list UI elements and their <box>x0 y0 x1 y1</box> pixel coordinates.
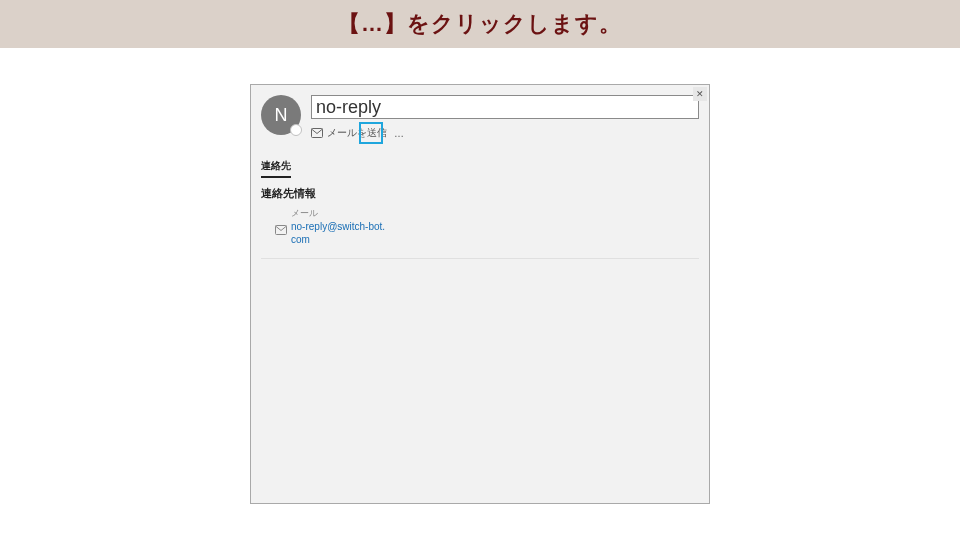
tab-contact[interactable]: 連絡先 <box>261 155 291 178</box>
mail-icon <box>311 128 323 138</box>
mail-field-label: メール <box>275 207 685 220</box>
instruction-banner: 【…】をクリックします。 <box>0 0 960 48</box>
close-button[interactable]: ✕ <box>693 87 707 101</box>
more-button[interactable]: … <box>391 125 407 141</box>
contact-name-input[interactable]: no-reply <box>311 95 699 119</box>
avatar-initial: N <box>275 105 288 126</box>
contact-info-block: メール no-reply@switch-bot.com <box>261 203 699 259</box>
stage-area: ✕ N no-reply メールを送信 … <box>0 48 960 540</box>
mail-field-row: no-reply@switch-bot.com <box>275 220 685 246</box>
instruction-text: 【…】をクリックします。 <box>338 9 622 39</box>
contact-main: no-reply メールを送信 … <box>311 95 699 141</box>
send-mail-button[interactable]: メールを送信 <box>327 126 387 140</box>
action-row: メールを送信 … <box>311 125 699 141</box>
presence-indicator <box>290 124 302 136</box>
mail-field-value[interactable]: no-reply@switch-bot.com <box>291 220 386 246</box>
section-title: 連絡先情報 <box>251 178 709 203</box>
contact-window: ✕ N no-reply メールを送信 … <box>250 84 710 504</box>
contact-header: N no-reply メールを送信 … <box>251 85 709 145</box>
mail-icon <box>275 221 287 239</box>
avatar: N <box>261 95 301 135</box>
tab-row: 連絡先 <box>251 155 709 178</box>
